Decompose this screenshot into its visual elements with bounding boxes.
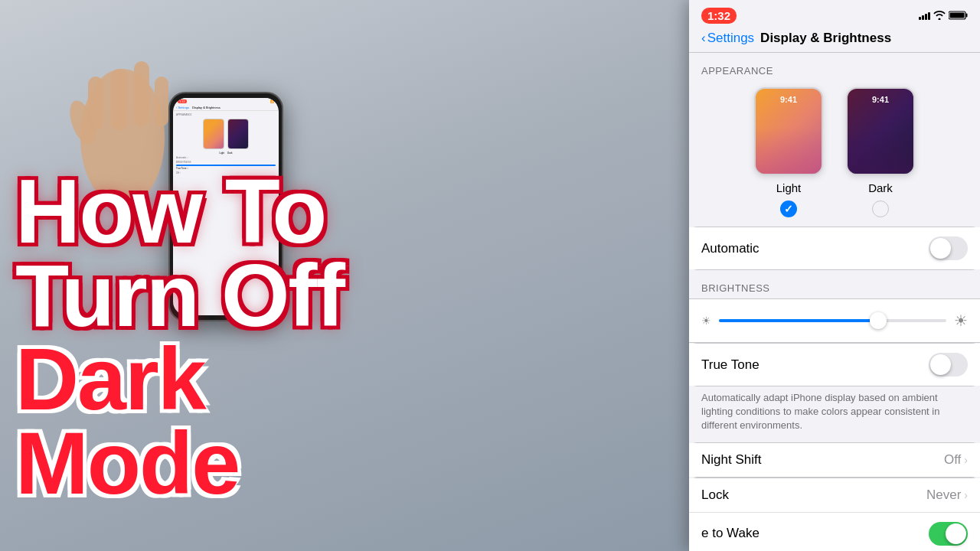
status-bar: 1:32 <box>689 0 980 28</box>
light-mode-radio[interactable]: ✓ <box>780 201 797 217</box>
navigation-bar: ‹ Settings Display & Brightness <box>689 28 980 53</box>
svg-rect-7 <box>966 14 968 18</box>
appearance-cards: 9:41 Light ✓ 9:41 Dark <box>689 81 980 227</box>
brightness-min-icon: ☀ <box>701 315 711 327</box>
dark-preview-time: 9:41 <box>848 95 913 104</box>
light-mode-label: Light <box>776 181 802 194</box>
true-tone-label: True Tone <box>701 357 760 373</box>
true-tone-row: True Tone <box>689 344 980 386</box>
hand-illustration <box>46 0 199 214</box>
brightness-row: ☀ ☀ <box>701 308 968 333</box>
light-mode-preview: 9:41 <box>754 87 823 175</box>
page-title: Display & Brightness <box>760 31 891 46</box>
night-shift-group: Night Shift Off › <box>689 442 980 478</box>
slider-fill <box>719 319 878 322</box>
dark-mode-label: Dark <box>868 181 893 194</box>
signal-bar-1 <box>919 17 921 20</box>
svg-rect-2 <box>134 61 149 126</box>
dark-mode-card[interactable]: 9:41 Dark <box>846 87 915 217</box>
night-shift-row[interactable]: Night Shift Off › <box>689 443 980 477</box>
wifi-icon <box>933 11 946 20</box>
light-preview-time: 9:41 <box>756 95 822 104</box>
automatic-row: Automatic <box>689 227 980 269</box>
raise-to-wake-toggle[interactable] <box>929 522 968 546</box>
status-icons <box>919 11 968 20</box>
true-tone-toggle[interactable] <box>929 353 968 377</box>
dark-mode-preview: 9:41 <box>846 87 915 175</box>
overlay-line3: Dark <box>15 337 344 421</box>
signal-bar-2 <box>922 15 924 20</box>
chevron-left-icon: ‹ <box>701 31 706 46</box>
auto-lock-chevron-icon: › <box>964 489 968 501</box>
night-shift-right: Off › <box>944 452 968 468</box>
back-button[interactable]: ‹ Settings <box>701 31 754 46</box>
settings-panel: 1:32 ‹ Set <box>689 0 980 551</box>
signal-bars-icon <box>919 11 930 20</box>
brightness-section: ☀ ☀ <box>689 298 980 343</box>
dark-mode-radio[interactable] <box>872 201 889 217</box>
signal-bar-4 <box>928 12 930 20</box>
battery-icon <box>949 11 968 20</box>
auto-lock-row[interactable]: Lock Never › <box>689 478 980 513</box>
svg-rect-4 <box>155 77 168 126</box>
auto-lock-group: Lock Never › e to Wake <box>689 478 980 551</box>
toggle-knob <box>930 238 951 259</box>
brightness-section-header: BRIGHTNESS <box>689 270 980 298</box>
auto-lock-right: Never › <box>926 487 968 503</box>
true-tone-description: Automatically adapt iPhone display based… <box>689 386 980 442</box>
auto-lock-label: Lock <box>701 487 729 503</box>
auto-lock-value: Never <box>926 487 961 503</box>
brightness-max-icon: ☀ <box>954 311 968 330</box>
automatic-group: Automatic <box>689 227 980 270</box>
automatic-label: Automatic <box>701 241 760 256</box>
light-mode-card[interactable]: 9:41 Light ✓ <box>754 87 823 217</box>
true-tone-toggle-knob <box>930 354 951 375</box>
photo-section: 1:32 📶 ‹ Settings Display & Brightness A… <box>0 0 689 551</box>
slider-thumb <box>870 312 887 329</box>
status-time: 1:32 <box>701 8 737 24</box>
appearance-section-header: APPEARANCE <box>689 53 980 81</box>
overlay-line4: Mode <box>15 422 344 505</box>
signal-bar-3 <box>925 14 927 20</box>
back-label: Settings <box>707 31 754 46</box>
svg-rect-8 <box>950 13 965 18</box>
true-tone-group: True Tone <box>689 343 980 386</box>
raise-to-wake-label: e to Wake <box>701 526 760 541</box>
night-shift-label: Night Shift <box>701 452 761 468</box>
brightness-slider[interactable] <box>719 319 946 322</box>
settings-content: APPEARANCE 9:41 Light ✓ 9:41 <box>689 53 980 551</box>
checkmark-icon: ✓ <box>784 203 793 215</box>
raise-to-wake-row: e to Wake <box>689 513 980 551</box>
raise-to-wake-toggle-knob <box>946 523 966 544</box>
svg-rect-1 <box>111 69 128 130</box>
night-shift-value: Off <box>944 452 961 468</box>
automatic-toggle[interactable] <box>929 236 968 260</box>
night-shift-chevron-icon: › <box>964 454 968 466</box>
